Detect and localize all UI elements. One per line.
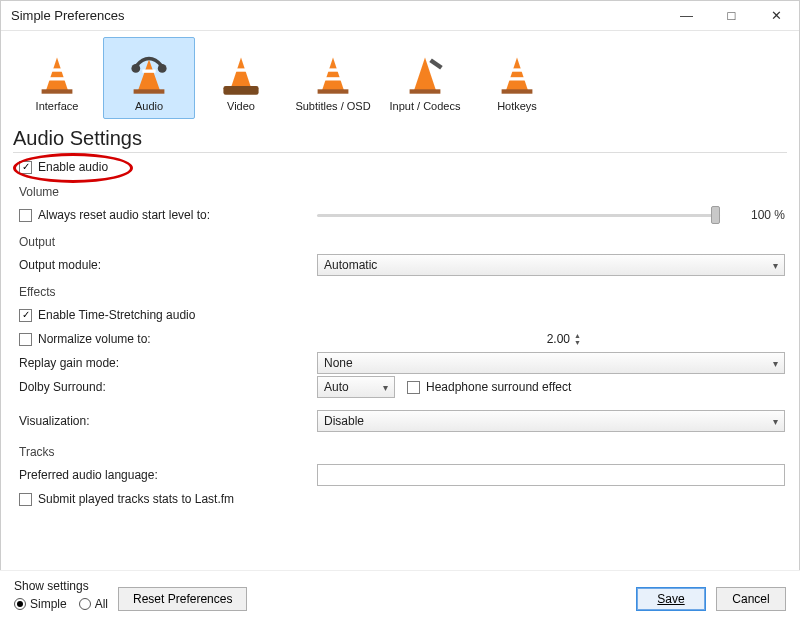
visualization-select[interactable]: Disable bbox=[317, 410, 785, 432]
tab-hotkeys[interactable]: Hotkeys bbox=[471, 37, 563, 119]
normalize-value-spinner[interactable]: 2.00 ▲▼ bbox=[516, 329, 586, 349]
normalize-volume-checkbox[interactable]: Normalize volume to: bbox=[19, 329, 151, 349]
tab-input-codecs[interactable]: Input / Codecs bbox=[379, 37, 471, 119]
checkbox-label: Headphone surround effect bbox=[426, 380, 571, 394]
replay-gain-select[interactable]: None bbox=[317, 352, 785, 374]
start-level-value: 100 % bbox=[730, 208, 785, 222]
svg-rect-10 bbox=[234, 68, 247, 71]
preferred-language-label: Preferred audio language: bbox=[19, 468, 309, 482]
window-title: Simple Preferences bbox=[11, 8, 124, 23]
checkbox-icon bbox=[19, 209, 32, 222]
show-settings-label: Show settings bbox=[14, 579, 108, 593]
tab-video[interactable]: Video bbox=[195, 37, 287, 119]
tab-audio[interactable]: Audio bbox=[103, 37, 195, 119]
show-settings-all-radio[interactable]: All bbox=[79, 597, 108, 611]
slider-thumb[interactable] bbox=[711, 206, 720, 224]
svg-marker-19 bbox=[506, 57, 528, 90]
footer: Show settings Simple All Reset Preferenc… bbox=[0, 570, 800, 621]
titlebar: Simple Preferences — □ ✕ bbox=[1, 1, 799, 31]
svg-marker-12 bbox=[322, 57, 344, 90]
checkbox-icon bbox=[19, 161, 32, 174]
visualization-label: Visualization: bbox=[19, 414, 309, 428]
checkbox-icon bbox=[407, 381, 420, 394]
svg-rect-15 bbox=[318, 89, 349, 93]
output-module-select[interactable]: Automatic bbox=[317, 254, 785, 276]
checkbox-icon bbox=[19, 309, 32, 322]
svg-marker-4 bbox=[138, 60, 160, 91]
tab-label: Audio bbox=[135, 100, 163, 112]
tab-label: Interface bbox=[36, 100, 79, 112]
cone-film-icon bbox=[216, 50, 266, 100]
replay-gain-label: Replay gain mode: bbox=[19, 356, 309, 370]
section-volume: Volume bbox=[19, 185, 785, 199]
cone-icon bbox=[308, 50, 358, 100]
cone-icon bbox=[32, 50, 82, 100]
save-button[interactable]: Save bbox=[636, 587, 706, 611]
svg-rect-2 bbox=[48, 77, 66, 80]
dolby-surround-select[interactable]: Auto bbox=[317, 376, 395, 398]
reset-start-level-checkbox[interactable]: Always reset audio start level to: bbox=[19, 205, 210, 225]
svg-rect-13 bbox=[326, 68, 339, 71]
svg-rect-17 bbox=[410, 89, 441, 93]
timestretch-checkbox[interactable]: Enable Time-Stretching audio bbox=[19, 305, 195, 325]
cancel-button[interactable]: Cancel bbox=[716, 587, 786, 611]
cone-icon bbox=[492, 50, 542, 100]
radio-icon bbox=[79, 598, 91, 610]
select-value: Automatic bbox=[324, 258, 377, 272]
svg-rect-18 bbox=[429, 58, 442, 69]
radio-label: All bbox=[95, 597, 108, 611]
cone-wrench-icon bbox=[400, 50, 450, 100]
tab-label: Subtitles / OSD bbox=[295, 100, 370, 112]
page-title: Audio Settings bbox=[13, 127, 787, 150]
dolby-surround-label: Dolby Surround: bbox=[19, 380, 309, 394]
enable-audio-checkbox[interactable]: Enable audio bbox=[19, 157, 108, 177]
svg-rect-11 bbox=[223, 86, 258, 95]
start-level-slider[interactable] bbox=[317, 214, 720, 217]
svg-rect-5 bbox=[142, 70, 155, 73]
checkbox-label: Submit played tracks stats to Last.fm bbox=[38, 492, 234, 506]
category-tabs: Interface Audio Video Subtitles / OSD In… bbox=[1, 31, 799, 119]
show-settings-simple-radio[interactable]: Simple bbox=[14, 597, 67, 611]
svg-rect-1 bbox=[50, 68, 63, 71]
radio-label: Simple bbox=[30, 597, 67, 611]
settings-body: Enable audio Volume Always reset audio s… bbox=[1, 157, 799, 511]
output-module-label: Output module: bbox=[19, 258, 309, 272]
tab-label: Video bbox=[227, 100, 255, 112]
headphone-surround-checkbox[interactable]: Headphone surround effect bbox=[407, 377, 571, 397]
close-button[interactable]: ✕ bbox=[754, 1, 799, 31]
tab-interface[interactable]: Interface bbox=[11, 37, 103, 119]
section-effects: Effects bbox=[19, 285, 785, 299]
spinner-value: 2.00 bbox=[547, 332, 570, 346]
svg-point-7 bbox=[131, 64, 140, 73]
preferred-language-input[interactable] bbox=[317, 464, 785, 486]
cone-headphones-icon bbox=[124, 50, 174, 100]
svg-rect-14 bbox=[324, 77, 342, 80]
divider bbox=[13, 152, 787, 153]
minimize-button[interactable]: — bbox=[664, 1, 709, 31]
checkbox-label: Enable Time-Stretching audio bbox=[38, 308, 195, 322]
svg-point-8 bbox=[158, 64, 167, 73]
checkbox-label: Normalize volume to: bbox=[38, 332, 151, 346]
svg-marker-0 bbox=[46, 57, 68, 90]
checkbox-icon bbox=[19, 333, 32, 346]
svg-rect-22 bbox=[502, 89, 533, 93]
svg-marker-9 bbox=[230, 57, 252, 90]
radio-icon bbox=[14, 598, 26, 610]
checkbox-label: Enable audio bbox=[38, 160, 108, 174]
select-value: Disable bbox=[324, 414, 364, 428]
maximize-button[interactable]: □ bbox=[709, 1, 754, 31]
tab-label: Input / Codecs bbox=[390, 100, 461, 112]
select-value: Auto bbox=[324, 380, 349, 394]
svg-rect-20 bbox=[510, 68, 523, 71]
svg-rect-6 bbox=[134, 89, 165, 93]
select-value: None bbox=[324, 356, 353, 370]
spinner-arrows-icon: ▲▼ bbox=[574, 332, 586, 346]
svg-rect-21 bbox=[508, 77, 526, 80]
svg-rect-3 bbox=[42, 89, 73, 93]
section-output: Output bbox=[19, 235, 785, 249]
reset-preferences-button[interactable]: Reset Preferences bbox=[118, 587, 247, 611]
tab-subtitles[interactable]: Subtitles / OSD bbox=[287, 37, 379, 119]
tab-label: Hotkeys bbox=[497, 100, 537, 112]
checkbox-label: Always reset audio start level to: bbox=[38, 208, 210, 222]
lastfm-checkbox[interactable]: Submit played tracks stats to Last.fm bbox=[19, 489, 234, 509]
